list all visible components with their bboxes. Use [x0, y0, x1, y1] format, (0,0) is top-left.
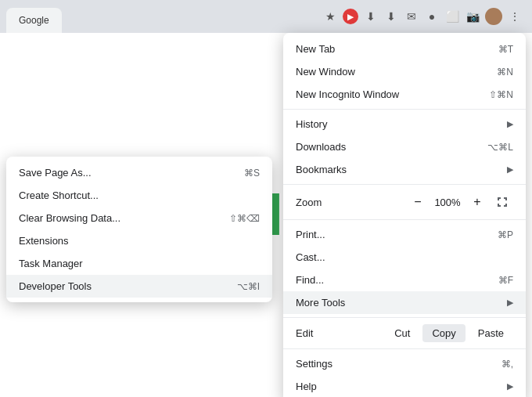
menu-item-create-shortcut[interactable]: Create Shortcut...: [6, 184, 272, 207]
clear-browsing-label: Clear Browsing Data...: [19, 212, 217, 224]
cut-button[interactable]: Cut: [385, 324, 419, 342]
history-label: History: [296, 118, 501, 130]
new-tab-shortcut: ⌘T: [498, 44, 513, 55]
find-shortcut: ⌘F: [498, 275, 513, 286]
menu-item-new-tab[interactable]: New Tab ⌘T: [283, 38, 526, 60]
print-label: Print...: [296, 229, 485, 240]
menu-item-print[interactable]: Print... ⌘P: [283, 223, 526, 246]
menu-item-new-incognito[interactable]: New Incognito Window ⇧⌘N: [283, 83, 526, 106]
edit-row: Edit Cut Copy Paste: [283, 321, 526, 345]
divider-2: [283, 184, 526, 185]
menu-item-new-window[interactable]: New Window ⌘N: [283, 60, 526, 83]
zoom-fullscreen-button[interactable]: [491, 191, 513, 213]
left-context-menu: Save Page As... ⌘S Create Shortcut... Cl…: [6, 157, 272, 302]
print-shortcut: ⌘P: [498, 229, 513, 240]
more-tools-arrow: ▶: [507, 298, 513, 308]
menu-button[interactable]: ⋮: [507, 9, 523, 24]
download-icon[interactable]: ⬇: [363, 9, 379, 24]
menu-item-extensions[interactable]: Extensions: [6, 229, 272, 252]
menu-item-save-page[interactable]: Save Page As... ⌘S: [6, 161, 272, 184]
menu-item-developer-tools[interactable]: Developer Tools ⌥⌘I: [6, 275, 272, 298]
new-tab-label: New Tab: [296, 43, 486, 55]
bookmarks-label: Bookmarks: [296, 164, 501, 175]
right-dropdown-menu: New Tab ⌘T New Window ⌘N New Incognito W…: [283, 33, 526, 397]
star-icon[interactable]: ★: [322, 9, 338, 24]
zoom-out-button[interactable]: −: [407, 191, 429, 213]
divider-4: [283, 317, 526, 318]
mail-icon[interactable]: ✉: [404, 9, 419, 24]
svg-rect-5: [498, 204, 499, 207]
browser-tab[interactable]: Google: [6, 8, 62, 33]
new-incognito-shortcut: ⇧⌘N: [489, 89, 513, 100]
edit-label: Edit: [296, 327, 382, 339]
save-page-label: Save Page As...: [19, 167, 232, 179]
settings-shortcut: ⌘,: [501, 359, 513, 370]
developer-tools-shortcut: ⌥⌘I: [237, 281, 260, 292]
copy-button[interactable]: Copy: [422, 324, 465, 342]
menu-item-cast[interactable]: Cast...: [283, 246, 526, 269]
fullscreen-icon: [496, 196, 509, 208]
task-manager-label: Task Manager: [19, 258, 260, 269]
svg-rect-7: [505, 204, 507, 207]
help-label: Help: [296, 381, 501, 392]
toolbar-icons: ★ ▶ ⬇ ⬇ ✉ ● ⬜ 📷 ⋮: [322, 8, 526, 25]
menu-item-task-manager[interactable]: Task Manager: [6, 252, 272, 275]
tab-area: Google: [6, 0, 319, 33]
save-page-shortcut: ⌘S: [244, 168, 260, 179]
downloads-label: Downloads: [296, 141, 475, 153]
browser-toolbar: Google ★ ▶ ⬇ ⬇ ✉ ● ⬜ 📷 ⋮: [0, 0, 532, 33]
history-arrow: ▶: [507, 119, 513, 129]
new-window-label: New Window: [296, 66, 484, 78]
bookmarks-arrow: ▶: [507, 164, 513, 175]
menu-item-clear-browsing[interactable]: Clear Browsing Data... ⇧⌘⌫: [6, 207, 272, 229]
svg-rect-1: [498, 197, 499, 200]
cast-label: Cast...: [296, 251, 513, 263]
menu-item-help[interactable]: Help ▶: [283, 375, 526, 397]
new-window-shortcut: ⌘N: [497, 67, 513, 78]
new-incognito-label: New Incognito Window: [296, 88, 476, 100]
extensions-label: Extensions: [19, 235, 260, 247]
circle-icon[interactable]: ●: [424, 9, 440, 24]
divider-1: [283, 109, 526, 110]
paste-button[interactable]: Paste: [469, 324, 513, 342]
svg-rect-3: [505, 197, 507, 200]
divider-3: [283, 219, 526, 220]
menu-item-bookmarks[interactable]: Bookmarks ▶: [283, 158, 526, 181]
menu-item-settings[interactable]: Settings ⌘,: [283, 352, 526, 375]
menu-item-downloads[interactable]: Downloads ⌥⌘L: [283, 135, 526, 158]
clear-browsing-shortcut: ⇧⌘⌫: [229, 213, 260, 224]
create-shortcut-label: Create Shortcut...: [19, 189, 260, 201]
menu-item-history[interactable]: History ▶: [283, 113, 526, 135]
download2-icon[interactable]: ⬇: [383, 9, 399, 24]
menu-item-find[interactable]: Find... ⌘F: [283, 269, 526, 291]
divider-5: [283, 348, 526, 349]
help-arrow: ▶: [507, 381, 513, 392]
menu-item-more-tools[interactable]: More Tools ▶: [283, 291, 526, 314]
camera-icon[interactable]: 📷: [465, 9, 480, 24]
find-label: Find...: [296, 274, 486, 286]
settings-label: Settings: [296, 358, 489, 370]
zoom-label: Zoom: [296, 197, 404, 208]
zoom-row: Zoom − 100% +: [283, 188, 526, 216]
downloads-shortcut: ⌥⌘L: [487, 142, 513, 153]
more-tools-label: More Tools: [296, 297, 501, 309]
zoom-value: 100%: [432, 197, 463, 208]
square-icon[interactable]: ⬜: [444, 9, 460, 24]
avatar-icon[interactable]: [485, 8, 502, 25]
tab-label: Google: [19, 15, 49, 26]
readwise-icon[interactable]: ▶: [343, 9, 358, 24]
developer-tools-label: Developer Tools: [19, 280, 225, 292]
zoom-in-button[interactable]: +: [466, 191, 488, 213]
